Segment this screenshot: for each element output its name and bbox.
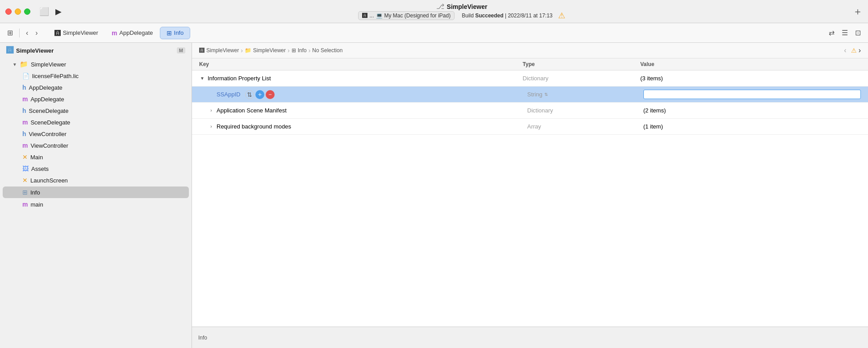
bottom-bar-text: Info [198, 335, 207, 341]
row-scene-type-label: Dictionary [527, 107, 553, 114]
device-row: 🅰 ... 💻 My Mac (Designed for iPad) Build… [358, 11, 565, 21]
row-scene-key: › Application Scene Manifest [199, 107, 527, 114]
bc-nav-prev[interactable]: ‹ [844, 46, 846, 54]
scenedelegate-h-label: SceneDelegate [29, 108, 69, 114]
row-bgmodes-key: › Required background modes [199, 123, 527, 130]
toolbar-divider-1 [19, 29, 20, 37]
bottom-bar: Info [192, 327, 868, 348]
viewcontroller-m-icon: m [22, 142, 28, 149]
content-area: 🅰 SimpleViewer › 📁 SimpleViewer › ⊞ Info… [192, 43, 868, 348]
row-ssappid-remove[interactable]: － [266, 90, 275, 99]
sidebar-item-appdelegate-h[interactable]: h AppDelegate [0, 82, 192, 93]
sidebar-item-appdelegate-m[interactable]: m AppDelegate [0, 93, 192, 105]
sidebar-item-scenedelegate-m[interactable]: m SceneDelegate [0, 116, 192, 128]
sidebar-item-assets[interactable]: 🖼 Assets [0, 163, 192, 174]
back-button[interactable]: ‹ [24, 27, 30, 39]
bc-simpleviewer-icon: 🅰 [199, 47, 204, 54]
bc-warning-icon[interactable]: ⚠ [851, 47, 857, 54]
row-ssappid-add[interactable]: ＋ [255, 90, 264, 99]
bc-sep-1: › [241, 47, 243, 54]
col-key-header: Key [199, 61, 523, 67]
sidebar-toggle-button[interactable]: ⬜ [39, 7, 49, 17]
breadcrumb-folder[interactable]: 📁 SimpleViewer [245, 47, 286, 54]
main-layout: 🅰 SimpleViewer M ▼ 📁 SimpleViewer 📄 lice… [0, 43, 868, 348]
sidebar-item-main[interactable]: m main [0, 199, 192, 210]
scheme-icon: 🅰 [362, 12, 367, 19]
row-scene-value-label: (2 items) [643, 107, 666, 114]
build-status: Build Succeeded | 2022/8/11 at 17:13 [462, 12, 552, 19]
main-xib-label: Main [30, 154, 43, 161]
sidebar-group-simpleviewer[interactable]: ▼ 📁 SimpleViewer [0, 58, 192, 70]
plist-row-scene-manifest[interactable]: › Application Scene Manifest Dictionary … [192, 103, 868, 119]
device-name: My Mac (Designed for iPad) [384, 12, 451, 19]
row-root-type: Dictionary [523, 75, 640, 82]
group-expand-icon: ▼ [13, 62, 17, 67]
tab-simpleviewer[interactable]: 🅰 SimpleViewer [48, 27, 105, 39]
title-bar-center: ⎇ SimpleViewer 🅰 ... 💻 My Mac (Designed … [75, 2, 848, 21]
row-ssappid-controls: ⇅ ＋ － [245, 90, 275, 99]
menu-button[interactable]: ☰ [840, 27, 850, 39]
appdelegate-h-label: AppDelegate [29, 84, 63, 91]
bc-sep-3: › [309, 47, 311, 54]
bc-info-icon: ⊞ [292, 47, 296, 54]
warning-icon[interactable]: ⚠ [558, 11, 565, 21]
row-root-value: (3 items) [640, 75, 861, 82]
licensefilepath-icon: 📄 [22, 73, 29, 79]
launchscreen-icon: ✕ [22, 177, 28, 184]
row-ssappid-value[interactable] [643, 90, 861, 99]
plist-table: Key Type Value ▼ Information Property Li… [192, 58, 868, 327]
build-date: | 2022/8/11 at 17:13 [505, 12, 553, 19]
scheme-chip[interactable]: 🅰 ... 💻 My Mac (Designed for iPad) [358, 11, 455, 20]
sidebar: 🅰 SimpleViewer M ▼ 📁 SimpleViewer 📄 lice… [0, 43, 192, 348]
minimize-button[interactable] [15, 8, 21, 15]
sidebar-item-viewcontroller-h[interactable]: h ViewController [0, 128, 192, 140]
simpleviewer-tab-icon: 🅰 [54, 29, 61, 37]
row-ssappid-key-label: SSAppID [217, 91, 240, 98]
bc-folder-label: SimpleViewer [253, 47, 286, 54]
row-bgmodes-expand[interactable]: › [208, 124, 214, 129]
main-label: main [30, 201, 43, 208]
sidebar-item-viewcontroller-m[interactable]: m ViewController [0, 140, 192, 151]
tab-info[interactable]: ⊞ Info [160, 27, 191, 39]
sidebar-item-scenedelegate-h[interactable]: h SceneDelegate [0, 105, 192, 116]
add-button[interactable]: ＋ [853, 5, 863, 18]
plist-row-ssappid[interactable]: › SSAppID ⇅ ＋ － String ⇅ [192, 87, 868, 103]
licensefilepath-label: licenseFilePath.lic [32, 73, 79, 79]
fullscreen-button[interactable] [24, 8, 30, 15]
row-scene-type: Dictionary [527, 107, 643, 114]
breadcrumb-nav: ‹ ⚠ › [844, 46, 861, 54]
build-result: Succeeded [475, 12, 503, 19]
refresh-button[interactable]: ⇄ [827, 27, 836, 39]
viewcontroller-m-label: ViewController [30, 142, 68, 149]
project-icon: 🅰 [6, 46, 13, 54]
sidebar-project-header[interactable]: 🅰 SimpleViewer M [0, 43, 192, 58]
close-button[interactable] [5, 8, 12, 15]
plist-row-root[interactable]: ▼ Information Property List Dictionary (… [192, 70, 868, 87]
viewcontroller-h-icon: h [22, 130, 26, 137]
plist-row-bg-modes[interactable]: › Required background modes Array (1 ite… [192, 119, 868, 135]
sidebar-item-licensefilepath[interactable]: 📄 licenseFilePath.lic [0, 70, 192, 82]
info-icon: ⊞ [22, 189, 28, 196]
row-root-expand[interactable]: ▼ [199, 76, 205, 81]
breadcrumb-simpleviewer[interactable]: 🅰 SimpleViewer [199, 47, 239, 54]
title-bar: ⬜ ▶ ⎇ SimpleViewer 🅰 ... 💻 My Mac (Desig… [0, 0, 868, 23]
row-scene-expand[interactable]: › [208, 108, 214, 113]
bc-info-label: Info [298, 47, 307, 54]
run-button[interactable]: ▶ [55, 7, 62, 17]
tab-appdelegate[interactable]: m AppDelegate [105, 27, 160, 39]
bc-nav-next[interactable]: › [859, 46, 861, 54]
appdelegate-tab-icon: m [112, 29, 117, 37]
forward-button[interactable]: › [33, 27, 39, 39]
expand-button[interactable]: ⊡ [853, 27, 863, 39]
assets-label: Assets [31, 166, 49, 172]
sidebar-item-launchscreen[interactable]: ✕ LaunchScreen [0, 174, 192, 186]
row-ssappid-input[interactable] [643, 90, 861, 99]
sidebar-item-main-xib[interactable]: ✕ Main [0, 151, 192, 163]
structure-button[interactable]: ⊞ [5, 27, 15, 39]
sidebar-item-info[interactable]: ⊞ Info [3, 186, 189, 198]
toolbar-tabs: 🅰 SimpleViewer m AppDelegate ⊞ Info [48, 27, 191, 39]
breadcrumb-info[interactable]: ⊞ Info [292, 47, 307, 54]
row-ssappid-stepper[interactable]: ⇅ [245, 90, 254, 99]
row-ssappid-type-label: String [527, 91, 542, 98]
row-ssappid-type-chevron[interactable]: ⇅ [544, 92, 548, 97]
